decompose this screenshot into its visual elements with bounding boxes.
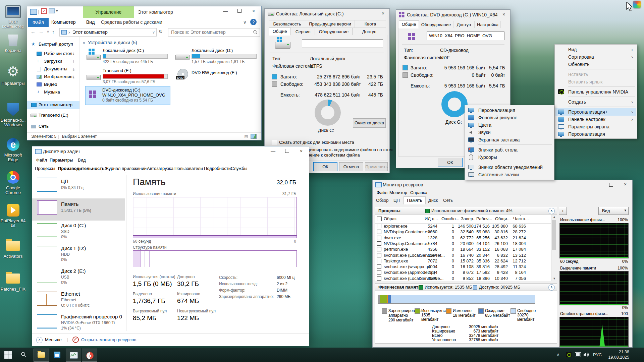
taskbar-taskmgr-button[interactable] — [66, 349, 81, 362]
submenu-item-desktop-icons[interactable]: Значки раб. стола — [466, 146, 553, 154]
group-header[interactable]: Устройства и диски (5) — [88, 40, 137, 45]
close-button[interactable]: × — [378, 9, 388, 18]
tab-overview[interactable]: Обзор — [376, 198, 389, 203]
manage-ribbon-tab[interactable]: Управление — [83, 6, 134, 18]
sensor-ethernet[interactable]: Ethernet Ethernet О: 0 П: 0 кбит/с — [32, 290, 125, 312]
explorer-titlebar[interactable]: | ✓ ▾ Управление Этот компьютер — × — [27, 6, 261, 18]
up-icon[interactable]: ↑ — [52, 29, 55, 35]
submenu-item-notification-area-icons[interactable]: Значки области уведомлений — [466, 164, 553, 171]
submenu-item-background[interactable]: Фоновый рисунок — [466, 114, 553, 121]
sidebar-item-pictures[interactable]: Изображения ⤓ — [27, 73, 79, 80]
menu-item-refresh[interactable]: Обновить — [555, 61, 636, 68]
drive-tile-g[interactable]: DVD-дисковод (G:) WIN10_X64_PRO_HOME_OVG… — [85, 86, 170, 105]
taskbar-store-button[interactable] — [50, 349, 64, 361]
group-collapse-icon[interactable]: ∨ — [83, 41, 86, 45]
taskbar-search-button[interactable] — [16, 348, 32, 362]
collapse-icon[interactable]: ∧ — [548, 208, 555, 214]
tab-network[interactable]: Сеть — [443, 198, 453, 203]
menu-monitor[interactable]: Монитор — [389, 190, 407, 195]
tab-memory[interactable]: Память — [404, 196, 426, 204]
table-header-row[interactable]: Образ ИД п... Ошибо... Завер... Рабоч...… — [375, 215, 551, 224]
tab-cpu[interactable]: ЦП — [393, 198, 400, 203]
tab-details[interactable]: Подробности — [204, 166, 231, 171]
sensor-memory[interactable]: Память 1,5/31,7 ГБ (5%) — [32, 198, 125, 221]
tab-computer[interactable]: Компьютер — [51, 19, 75, 25]
desktop-icon-settings[interactable]: ⚙ Параметры — [0, 66, 26, 90]
tab-settings[interactable]: Настройка — [475, 21, 501, 28]
tab-sharing[interactable]: Доступ — [353, 28, 386, 36]
start-button[interactable] — [0, 348, 16, 362]
physmem-section-header[interactable]: Физическая память Используется: 1535 МБ … — [375, 283, 557, 291]
recent-locations-icon[interactable]: ∨ — [47, 29, 49, 34]
desktop-icon-windows-security[interactable]: Безопасно... Windows — [0, 103, 26, 133]
drive-tile-e[interactable]: Transcend (E:) 3,07 ГБ свободно из 57,6 … — [86, 67, 170, 85]
tab-disk-tools[interactable]: Средства работы с дисками — [101, 19, 152, 25]
sidebar-item-music[interactable]: ♪ Музыка — [27, 88, 79, 96]
sidebar-item-videos[interactable]: Видео — [27, 81, 79, 88]
drive-tile-d[interactable]: Локальный диск (D:) 1,57 ТБ свободно из … — [175, 47, 259, 65]
desktop-icon-edge[interactable]: e Microsoft Edge — [0, 138, 26, 165]
breadcrumb-location[interactable]: Этот компьютер — [72, 29, 108, 35]
select-all-checkbox[interactable] — [377, 217, 382, 221]
tab-hardware[interactable]: Оборудование — [315, 28, 353, 36]
process-row[interactable]: perfmon.exe4356018 66433 15216 06817 084 — [375, 246, 551, 252]
menu-item-sort[interactable]: Сортировка› — [555, 53, 636, 61]
sidebar-item-this-pc[interactable]: Этот компьютер — [27, 101, 79, 109]
view-dropdown[interactable]: Вид ▾ — [598, 207, 629, 215]
tab-hardware[interactable]: Оборудование — [419, 21, 453, 28]
tab-disk[interactable]: Диск — [428, 198, 438, 203]
menu-item-paste-shortcut[interactable]: Вставить ярлык — [555, 78, 636, 85]
menu-file[interactable]: Файл — [377, 190, 387, 195]
minimize-button[interactable]: — — [593, 180, 604, 189]
row-checkbox[interactable] — [377, 224, 381, 228]
expand-button[interactable]: › — [559, 207, 567, 215]
tab-previous-versions[interactable]: Предыдущие версии — [305, 20, 355, 28]
tab-services[interactable]: Службы — [231, 166, 247, 171]
volume-label-field[interactable] — [302, 39, 383, 48]
desktop-icon-activators[interactable]: Activators — [0, 239, 26, 263]
tab-security[interactable]: Безопасность — [269, 20, 306, 28]
drive-tile-c[interactable]: Локальный диск (C:) 422 ГБ свободно из 4… — [86, 47, 170, 65]
address-bar[interactable]: › Этот компьютер ∨ — [59, 28, 157, 37]
details-view-icon[interactable]: ▤ — [245, 134, 248, 138]
tab-quota[interactable]: Квота — [355, 20, 386, 28]
close-button[interactable]: × — [620, 180, 631, 189]
thumbnail-view-icon[interactable] — [251, 134, 257, 139]
maximize-button[interactable] — [234, 6, 245, 16]
row-checkbox[interactable] — [377, 259, 381, 263]
process-row[interactable]: dwm.exe1328062 77265 25643 63221 624 — [375, 235, 551, 241]
row-checkbox[interactable] — [377, 230, 381, 234]
sensor-disk0[interactable]: Диск 0 (C:) SSD 0% — [32, 221, 125, 243]
properties-qat-icon[interactable]: ✓ — [41, 8, 47, 14]
clock[interactable]: 21:38 19.08.2025 — [606, 349, 629, 361]
ok-button[interactable]: ОК — [313, 162, 337, 171]
sidebar-item-quick-access[interactable]: ★ Быстрый доступ — [27, 41, 79, 48]
row-checkbox[interactable] — [377, 276, 381, 281]
dialog-titlebar[interactable]: Свойства: DVD-дисковод (G:) WIN10_X64_PR… — [396, 10, 510, 20]
resmon-titlebar[interactable]: Монитор ресурсов — × — [373, 180, 632, 189]
menu-options[interactable]: Параметры — [50, 158, 73, 163]
less-details-label[interactable]: Меньше — [45, 337, 62, 342]
back-icon[interactable]: ← — [31, 29, 36, 35]
submenu-item-screensaver[interactable]: Экранная заставка — [466, 136, 553, 143]
cancel-button[interactable]: Отмена — [339, 162, 363, 171]
new-folder-qat-icon[interactable] — [49, 8, 55, 13]
process-row[interactable]: NVDisplay.Container.exe1784020 60044 104… — [375, 241, 551, 246]
menu-item-nvidia-control-panel[interactable]: Панель управления NVIDIA — [555, 88, 636, 96]
taskbar-potplayer-button[interactable] — [82, 349, 97, 362]
tab-tools[interactable]: Сервис — [291, 28, 315, 36]
row-checkbox[interactable] — [377, 270, 381, 275]
drive-tile-f[interactable]: DVD DVD RW дисковод (F:) — [175, 67, 259, 85]
submenu-item-colors[interactable]: Цвета — [466, 121, 553, 129]
language-indicator[interactable]: РУС — [593, 352, 602, 357]
row-checkbox[interactable] — [377, 247, 381, 251]
desktop-icon-this-pc[interactable]: Этот компьютер — [0, 5, 26, 34]
show-desktop-button[interactable] — [641, 348, 644, 362]
tab-file[interactable]: Файл — [28, 18, 49, 27]
maximize-button[interactable] — [605, 180, 617, 189]
maximize-button[interactable] — [281, 146, 293, 156]
submenu-item-sounds[interactable]: Звуки — [466, 129, 553, 136]
less-details-icon[interactable]: ∧ — [36, 337, 43, 343]
minimize-button[interactable]: — — [220, 6, 231, 16]
submenu-item-cursors[interactable]: Курсоры — [466, 154, 553, 161]
